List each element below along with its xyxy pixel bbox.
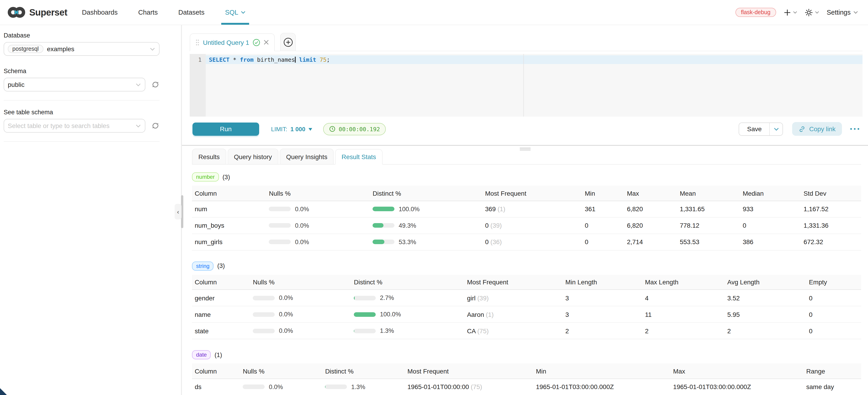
stat-value-cell: 2,714: [627, 234, 680, 250]
sql-editor[interactable]: 1 SELECT * from birth_names limit 75;: [190, 54, 863, 117]
header-row: ColumnNulls %Distinct %Most FrequentMin …: [192, 275, 861, 290]
results-tab-query-insights[interactable]: Query Insights: [280, 149, 334, 164]
settings-menu[interactable]: Settings: [827, 9, 858, 16]
plus-icon: [784, 9, 790, 16]
most-frequent-value: CA: [467, 327, 475, 335]
stat-value-cell: 2: [645, 323, 727, 339]
sql-token: 75: [320, 56, 327, 63]
progress-label: 53.3%: [399, 239, 416, 245]
column-header: Column: [192, 364, 243, 379]
chevron-down-icon: [774, 127, 779, 130]
brand-name: Superset: [29, 7, 67, 18]
column-name-cell: num_boys: [192, 217, 269, 234]
progress-label: 1.3%: [351, 384, 366, 390]
editor-code-area[interactable]: SELECT * from birth_names limit 75;: [206, 54, 863, 117]
collapse-sidebar-button[interactable]: ‹: [175, 204, 182, 219]
table-select[interactable]: Select table or type to search tables: [4, 119, 145, 132]
table-select-placeholder: Select table or type to search tables: [8, 122, 110, 129]
most-frequent-count: (1): [484, 311, 494, 318]
refresh-icon: [151, 81, 159, 89]
refresh-tables-button[interactable]: [151, 122, 159, 130]
progress-track: [354, 312, 376, 317]
schema-select-value: public: [8, 81, 25, 88]
limit-dropdown[interactable]: LIMIT: 1 000: [271, 125, 312, 132]
nav-sql[interactable]: SQL: [225, 0, 246, 25]
stat-value-cell: 6,820: [627, 217, 680, 234]
result-stats-content: number(3)ColumnNulls %Distinct %Most Fre…: [192, 165, 861, 395]
results-pane: ResultsQuery historyQuery InsightsResult…: [182, 149, 868, 395]
close-tab-icon[interactable]: [264, 40, 269, 45]
query-tab-title: Untitled Query 1: [203, 39, 249, 46]
nav-datasets[interactable]: Datasets: [178, 0, 204, 25]
clock-icon: [329, 126, 336, 132]
refresh-icon: [151, 122, 159, 130]
refresh-schemas-button[interactable]: [151, 81, 159, 89]
progress-bar: 1.3%: [325, 384, 405, 390]
theme-toggle-button[interactable]: [805, 8, 819, 16]
navbar-right: flask-debug Settings: [736, 0, 858, 25]
progress-cell: 0.0%: [269, 201, 373, 217]
table-row: state0.0%1.3%CA (75)2220: [192, 323, 861, 339]
column-header: Distinct %: [325, 364, 407, 379]
chevron-down-icon: [815, 11, 819, 14]
column-header: Most Frequent: [485, 186, 585, 201]
results-tab-query-history[interactable]: Query history: [227, 149, 278, 164]
save-button[interactable]: Save: [739, 123, 770, 135]
stat-value-cell: same day: [806, 379, 861, 395]
stats-table-date: ColumnNulls %Distinct %Most FrequentMinM…: [192, 364, 861, 395]
column-header: Most Frequent: [467, 275, 565, 290]
nav-sql-label: SQL: [225, 9, 238, 16]
results-tab-results[interactable]: Results: [192, 149, 226, 164]
chevron-down-icon: [793, 11, 797, 14]
superset-logo-icon: [7, 6, 26, 18]
chevron-down-icon: [150, 47, 155, 51]
splitter-grip-icon[interactable]: [520, 147, 530, 151]
limit-label: LIMIT:: [271, 125, 287, 132]
sidebar-main-divider: ‹: [181, 25, 182, 395]
sql-token: limit: [299, 56, 316, 63]
caret-down-icon: [309, 128, 312, 130]
stat-value-cell: 0: [809, 290, 861, 306]
superset-logo[interactable]: Superset: [7, 0, 67, 25]
stats-section-string: string(3)ColumnNulls %Distinct %Most Fre…: [192, 262, 861, 339]
sql-token: [316, 56, 320, 63]
most-frequent-cell: CA (75): [467, 323, 565, 339]
column-header: Min: [536, 364, 673, 379]
more-actions-button[interactable]: [850, 127, 860, 130]
column-name-cell: num: [192, 201, 269, 217]
progress-track: [253, 312, 275, 317]
column-header: Min: [585, 186, 627, 201]
results-tab-result-stats[interactable]: Result Stats: [335, 149, 382, 165]
limit-value: 1 000: [290, 125, 305, 132]
pane-splitter[interactable]: [182, 145, 868, 149]
column-name-cell: state: [192, 323, 253, 339]
sidebar-divider-line: [4, 100, 159, 100]
progress-track: [354, 296, 376, 300]
schema-select[interactable]: public: [4, 78, 145, 91]
sqllab-layout: Database postgresql examples Schema publ…: [0, 25, 868, 395]
drag-handle-icon[interactable]: [196, 39, 199, 45]
progress-track: [253, 329, 275, 333]
most-frequent-cell: 0 (39): [485, 217, 585, 234]
query-tab[interactable]: Untitled Query 1: [190, 33, 275, 51]
copy-link-button[interactable]: Copy link: [792, 122, 842, 136]
sql-code-line: SELECT * from birth_names limit 75;: [206, 55, 863, 64]
column-header: Distinct %: [373, 186, 485, 201]
run-query-button[interactable]: Run: [192, 122, 259, 135]
most-frequent-cell: 369 (1): [485, 201, 585, 217]
stat-value-cell: 11: [645, 306, 727, 323]
database-select-value: examples: [47, 45, 74, 53]
nav-charts[interactable]: Charts: [138, 0, 158, 25]
stats-section-number: number(3)ColumnNulls %Distinct %Most Fre…: [192, 173, 861, 250]
sql-token: [296, 56, 299, 63]
database-select[interactable]: postgresql examples: [4, 42, 159, 56]
new-item-button[interactable]: [784, 9, 797, 16]
most-frequent-count: (39): [489, 222, 502, 229]
nav-dashboards[interactable]: Dashboards: [82, 0, 118, 25]
progress-bar: 0.0%: [253, 311, 351, 318]
save-options-button[interactable]: [770, 123, 783, 135]
progress-cell: 1.3%: [325, 379, 407, 395]
stat-value-cell: 5.95: [727, 306, 809, 323]
add-tab-button[interactable]: [280, 33, 296, 51]
progress-bar: 0.0%: [269, 222, 370, 229]
